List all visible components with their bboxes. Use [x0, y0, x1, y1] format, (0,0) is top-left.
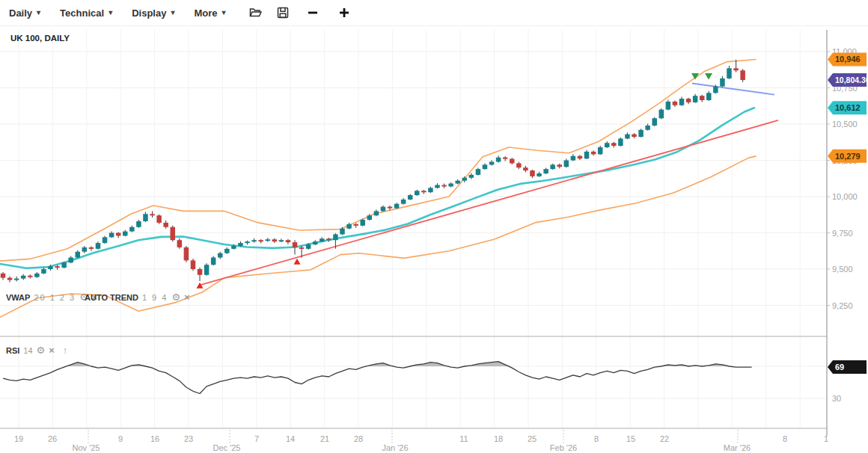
week-tick-label: 25	[528, 434, 537, 443]
month-tick-label: Feb '26	[550, 443, 577, 452]
price-tick-label: 9,500	[832, 265, 853, 274]
price-badge: 10,279	[828, 150, 867, 163]
svg-text:10,612: 10,612	[835, 103, 861, 112]
close-icon[interactable]: ×	[184, 292, 190, 303]
sell-signal-marker	[705, 73, 712, 80]
month-tick-label: Jan '26	[382, 443, 408, 452]
chevron-down-icon: ▾	[171, 9, 174, 16]
auto-trend-params: 1 9 4	[142, 293, 168, 302]
candle	[156, 215, 162, 223]
candle	[55, 266, 60, 268]
save-icon	[277, 7, 289, 19]
gear-icon[interactable]: ⚙	[37, 345, 46, 356]
move-pane-up-icon[interactable]: ↑	[63, 345, 68, 356]
auto-trend-indicator-legend: AUTO TREND 1 9 4 ⚙ ×	[85, 292, 190, 303]
candle	[103, 237, 108, 243]
price-badge: 10,612	[828, 101, 867, 114]
candle	[598, 147, 603, 154]
candle	[591, 152, 596, 154]
week-tick-label: 22	[660, 434, 669, 443]
week-tick-label: 11	[459, 434, 468, 443]
candle	[578, 156, 583, 158]
candle	[224, 249, 230, 253]
candle	[483, 164, 488, 169]
candle	[510, 159, 515, 164]
candle	[143, 214, 148, 221]
week-tick-label: 26	[48, 434, 57, 443]
month-tick-label: Nov '25	[73, 443, 100, 452]
technical-menu[interactable]: Technical ▾	[51, 3, 121, 23]
candle	[638, 130, 644, 137]
price-axis[interactable]: 11,00010,75010,50010,25010,0009,7509,500…	[827, 47, 858, 403]
candle	[415, 191, 420, 195]
vwap-name: VWAP	[6, 293, 30, 302]
candle	[381, 207, 386, 212]
candle	[109, 233, 114, 238]
candle	[96, 243, 101, 249]
candle	[693, 96, 698, 102]
candle	[428, 188, 433, 192]
candle	[293, 242, 298, 247]
week-tick-label: 1	[824, 434, 828, 443]
candle	[408, 195, 413, 200]
candle	[136, 221, 141, 227]
more-menu-label: More	[194, 7, 217, 19]
display-menu-label: Display	[132, 7, 166, 19]
signal-markers	[197, 73, 713, 289]
week-tick-label: 16	[150, 434, 159, 443]
price-chart-canvas[interactable]: 11,00010,75010,50010,25010,0009,7509,500…	[0, 0, 868, 453]
week-tick-label: 21	[320, 434, 329, 443]
candle	[489, 161, 495, 164]
candle	[455, 181, 460, 184]
price-tick-label: 10,000	[832, 192, 858, 201]
candle	[679, 99, 685, 105]
open-chart-button[interactable]	[242, 3, 269, 22]
candle	[7, 278, 13, 280]
plus-icon	[338, 7, 350, 19]
time-axis[interactable]: 19269162371421281118258152281Nov '25Dec …	[14, 434, 828, 452]
candlestick-series	[1, 60, 745, 283]
gear-icon[interactable]: ⚙	[171, 292, 180, 303]
candle	[198, 269, 203, 275]
candle	[740, 70, 745, 80]
more-menu[interactable]: More ▾	[185, 3, 234, 23]
week-tick-label: 28	[354, 434, 363, 443]
display-menu[interactable]: Display ▾	[123, 3, 183, 23]
candle	[346, 224, 352, 229]
candle	[469, 175, 474, 178]
candle	[14, 279, 19, 280]
candle	[265, 239, 270, 241]
zoom-in-button[interactable]	[331, 3, 357, 22]
chevron-down-icon: ▾	[37, 9, 40, 16]
zoom-out-button[interactable]	[300, 3, 326, 22]
candle	[171, 227, 176, 240]
svg-text:69: 69	[835, 363, 844, 372]
candle	[618, 138, 623, 146]
candle	[41, 269, 46, 274]
candle	[258, 240, 263, 241]
rsi-tick-label: 30	[832, 394, 841, 403]
candle	[543, 169, 548, 173]
save-chart-button[interactable]	[270, 3, 296, 22]
candle	[82, 247, 88, 252]
candle	[550, 164, 555, 169]
candle	[21, 276, 26, 279]
candle	[448, 184, 453, 187]
price-tick-label: 10,500	[832, 120, 858, 129]
candle	[374, 211, 379, 215]
price-tick-label: 9,750	[832, 229, 853, 238]
candle	[611, 143, 617, 146]
candle	[61, 262, 67, 268]
timeframe-menu[interactable]: Daily ▾	[0, 3, 49, 23]
candle	[516, 163, 522, 167]
close-icon[interactable]: ×	[49, 345, 55, 356]
candle	[28, 276, 33, 277]
candle	[727, 68, 732, 78]
candle	[557, 164, 562, 167]
candle	[299, 247, 305, 249]
buy-signal-marker	[294, 259, 301, 265]
minus-icon	[307, 7, 319, 19]
candle	[605, 143, 610, 147]
timeframe-menu-label: Daily	[9, 7, 32, 19]
candle	[68, 257, 73, 262]
